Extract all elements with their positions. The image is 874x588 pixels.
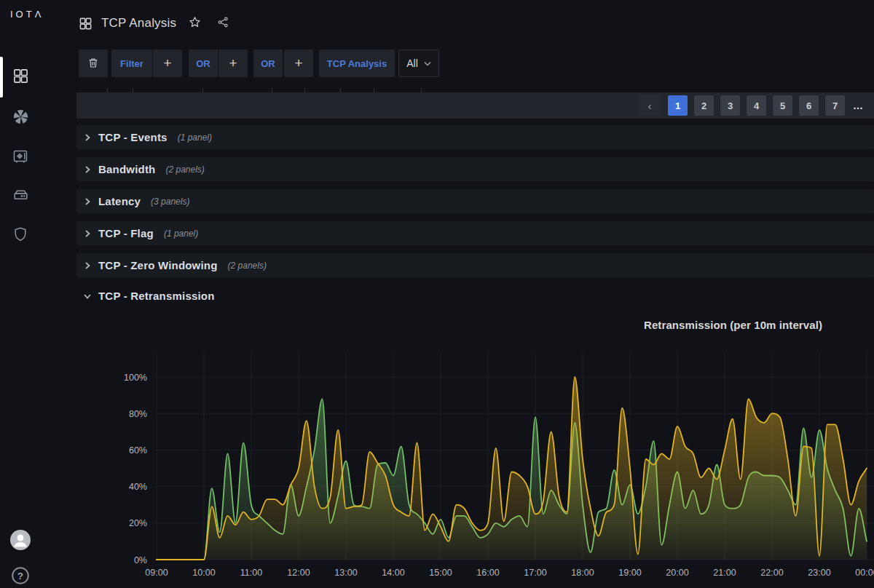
active-nav-indicator <box>0 57 3 98</box>
grid-icon <box>12 68 29 87</box>
y-tick-label: 20% <box>129 518 147 528</box>
variable-dropdown-all[interactable]: All <box>398 49 439 77</box>
row-tcp-events[interactable]: TCP - Events (1 panel) <box>76 125 874 149</box>
chevron-right-icon <box>83 229 92 238</box>
chevron-down-icon <box>83 292 92 301</box>
y-tick-label: 80% <box>129 409 147 419</box>
x-tick-label: 12:00 <box>287 568 310 578</box>
sidebar-item-dashboards[interactable] <box>10 67 31 87</box>
row-title: TCP - Zero Windowing <box>98 259 218 271</box>
row-title: Bandwidth <box>98 163 155 175</box>
x-tick-label: 17:00 <box>524 568 546 578</box>
row-title: TCP - Retransmission <box>98 290 215 302</box>
x-tick-label: 21:00 <box>713 568 736 578</box>
row-panel-count: (1 panel) <box>178 132 212 143</box>
grid-icon <box>79 17 92 31</box>
x-tick-label: 16:00 <box>476 568 499 578</box>
aperture-icon <box>12 108 29 127</box>
chevron-right-icon <box>83 133 92 142</box>
row-tcp-flag[interactable]: TCP - Flag (1 panel) <box>76 221 874 245</box>
y-tick-label: 100% <box>124 373 147 383</box>
x-tick-label: 18:00 <box>571 568 594 578</box>
row-panel-count: (1 panel) <box>164 229 198 239</box>
chevron-right-icon <box>83 165 92 174</box>
x-tick-label: 20:00 <box>666 568 688 578</box>
pagination-page-5[interactable]: 5 <box>773 95 792 116</box>
sidebar-item-security[interactable] <box>10 225 31 245</box>
share-button[interactable] <box>217 16 229 31</box>
sidebar-item-storage[interactable] <box>10 186 31 207</box>
x-tick-label: 09:00 <box>145 568 168 578</box>
retransmission-panel: Retransmission (per 10m interval) 0%20%4… <box>0 309 874 588</box>
share-alt-icon <box>217 16 229 31</box>
chevron-right-icon <box>83 261 92 270</box>
chevron-down-icon <box>424 61 431 66</box>
row-panel-count: (2 panels) <box>228 261 267 271</box>
pagination-page-3[interactable]: 3 <box>720 95 740 116</box>
row-bandwidth[interactable]: Bandwidth (2 panels) <box>76 157 874 181</box>
row-tcp-zero-windowing[interactable]: TCP - Zero Windowing (2 panels) <box>76 253 874 277</box>
trash-icon <box>87 57 99 71</box>
pagination-page-7[interactable]: 7 <box>825 95 845 116</box>
x-tick-label: 23:00 <box>808 568 830 578</box>
sidebar-item-aperture[interactable] <box>10 108 31 128</box>
favorite-button[interactable] <box>188 15 202 31</box>
pagination-page-6[interactable]: 6 <box>799 95 819 116</box>
star-icon <box>188 15 202 31</box>
page-title: TCP Analysis <box>101 16 176 31</box>
y-tick-label: 40% <box>129 482 147 492</box>
filter-button[interactable]: Filter <box>111 49 152 77</box>
x-tick-label: 15:00 <box>429 568 452 578</box>
filter-toolbar: Filter + OR + OR + TCP Analysis All <box>79 49 439 77</box>
or-operator-button-1[interactable]: OR <box>189 49 218 77</box>
row-tcp-retransmission[interactable]: TCP - Retransmission <box>76 284 874 308</box>
x-tick-label: 11:00 <box>240 568 262 578</box>
tcp-analysis-filter-button[interactable]: TCP Analysis <box>319 49 395 77</box>
x-tick-label: 14:00 <box>382 568 404 578</box>
row-title: TCP - Flag <box>98 227 154 239</box>
row-panel-count: (3 panels) <box>151 196 189 207</box>
pagination-prev-button[interactable]: ‹ <box>638 95 661 116</box>
y-tick-label: 0% <box>134 555 147 565</box>
row-latency[interactable]: Latency (3 panels) <box>76 189 874 213</box>
variable-dropdown-value: All <box>406 57 418 69</box>
retransmission-yellow-area <box>157 377 867 560</box>
add-condition-button-1[interactable]: + <box>219 49 248 77</box>
shield-icon <box>12 226 29 245</box>
retransmission-chart[interactable]: 0%20%40%60%80%100%09:0010:0011:0012:0013… <box>0 309 874 588</box>
row-title: TCP - Events <box>98 131 168 143</box>
row-panel-count: (2 panels) <box>165 164 204 175</box>
or-operator-button-2[interactable]: OR <box>253 49 283 77</box>
pagination-page-4[interactable]: 4 <box>747 95 766 116</box>
pagination-bar: ‹ 1 2 3 4 5 6 7 … <box>76 92 874 119</box>
dashboard-header: TCP Analysis <box>79 15 229 31</box>
add-condition-button-2[interactable]: + <box>284 49 313 77</box>
x-tick-label: 19:00 <box>618 568 641 578</box>
hard-drive-icon <box>12 186 30 207</box>
vault-icon <box>12 148 29 167</box>
x-tick-label: 10:00 <box>192 568 215 578</box>
x-tick-label: 00:00 <box>855 568 874 578</box>
x-tick-label: 13:00 <box>334 568 357 578</box>
sidebar-item-vault[interactable] <box>10 147 31 167</box>
pagination-page-1[interactable]: 1 <box>668 95 688 116</box>
pagination-more-button[interactable]: … <box>851 100 864 111</box>
add-filter-button[interactable]: + <box>153 49 182 77</box>
pagination-page-2[interactable]: 2 <box>694 95 714 116</box>
row-title: Latency <box>98 195 141 207</box>
delete-filter-button[interactable] <box>79 49 108 77</box>
x-tick-label: 22:00 <box>760 568 783 578</box>
chevron-right-icon <box>83 197 92 206</box>
y-tick-label: 60% <box>129 445 147 456</box>
app-logo: IOTΛ <box>10 9 44 20</box>
